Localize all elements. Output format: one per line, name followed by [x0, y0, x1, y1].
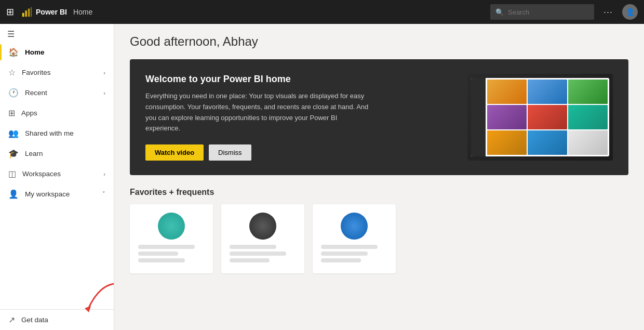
- chart-9: [568, 130, 608, 155]
- card-2-line-1: [230, 245, 276, 249]
- app-name: Power BI: [36, 8, 67, 16]
- card-1-line-2: [138, 252, 178, 256]
- svg-marker-4: [85, 306, 91, 312]
- card-3-line-1: [321, 245, 378, 249]
- chart-6: [568, 105, 608, 129]
- topbar: ⊞ Power BI Home 🔍 ··· 👤: [0, 0, 644, 24]
- powerbi-logo-icon: [21, 6, 33, 18]
- more-options-button[interactable]: ···: [599, 7, 617, 18]
- welcome-banner: Welcome to your Power BI home Everything…: [130, 59, 628, 175]
- hamburger-icon: ☰: [7, 30, 15, 38]
- welcome-text-area: Welcome to your Power BI home Everything…: [145, 74, 457, 161]
- sidebar-item-myworkspace[interactable]: 👤 My workspace ˅: [0, 184, 114, 204]
- myworkspace-chevron-icon: ˅: [102, 191, 105, 197]
- card-3-line-2: [321, 252, 368, 256]
- shared-icon: 👥: [8, 128, 19, 138]
- sidebar-toggle[interactable]: ☰: [0, 24, 114, 42]
- svg-rect-3: [31, 7, 32, 17]
- sidebar-item-apps-label: Apps: [21, 109, 105, 117]
- learn-icon: 🎓: [8, 149, 19, 159]
- search-input[interactable]: [508, 8, 589, 16]
- recent-chevron-icon: ›: [103, 90, 105, 96]
- welcome-dashboard-image: [467, 74, 613, 161]
- home-icon: 🏠: [8, 47, 19, 57]
- main-layout: ☰ 🏠 Home ☆ Favorites › 🕐 Recent › ⊞ Apps…: [0, 24, 644, 330]
- card-2-icon: [249, 213, 276, 240]
- chart-4: [487, 105, 527, 129]
- sidebar-item-home-label: Home: [25, 48, 105, 56]
- search-box[interactable]: 🔍: [490, 4, 594, 20]
- chart-7: [487, 130, 527, 155]
- greeting-text: Good afternoon, Abhay: [130, 34, 628, 49]
- sidebar-item-recent[interactable]: 🕐 Recent ›: [0, 83, 114, 103]
- favorites-card-1[interactable]: [130, 204, 213, 273]
- favorites-icon: ☆: [8, 68, 16, 77]
- get-data-area: ↗ Get data: [0, 310, 114, 330]
- get-data-icon: ↗: [8, 315, 15, 325]
- sidebar-item-learn[interactable]: 🎓 Learn: [0, 143, 114, 164]
- workspaces-icon: ◫: [8, 169, 16, 179]
- sidebar-item-shared-label: Shared with me: [25, 129, 105, 137]
- apps-icon: ⊞: [8, 108, 15, 118]
- favorites-card-3[interactable]: [313, 204, 396, 273]
- card-3-line-3: [321, 258, 361, 262]
- favorites-section-title: Favorites + frequents: [130, 188, 628, 197]
- recent-icon: 🕐: [8, 88, 19, 98]
- welcome-buttons: Watch video Dismiss: [145, 144, 457, 161]
- card-3-icon: [341, 213, 368, 240]
- chart-8: [528, 130, 567, 155]
- get-data-button[interactable]: ↗ Get data: [0, 310, 114, 330]
- favorites-cards-row: [130, 204, 628, 273]
- chart-5: [528, 105, 567, 129]
- sidebar-item-favorites[interactable]: ☆ Favorites ›: [0, 62, 114, 83]
- card-3-text: [321, 245, 387, 265]
- svg-rect-1: [25, 10, 27, 17]
- svg-rect-0: [22, 13, 24, 17]
- svg-rect-2: [28, 9, 30, 17]
- sidebar-item-workspaces-label: Workspaces: [22, 170, 97, 178]
- avatar-icon: 👤: [626, 8, 635, 16]
- myworkspace-icon: 👤: [8, 189, 19, 199]
- card-1-line-1: [138, 245, 195, 249]
- chart-2: [528, 80, 567, 104]
- card-2-text: [230, 245, 296, 265]
- sidebar-item-myworkspace-label: My workspace: [25, 190, 96, 198]
- fake-content-mini: [486, 78, 609, 156]
- card-1-icon: [158, 213, 185, 240]
- favorites-card-2[interactable]: [221, 204, 304, 273]
- card-1-text: [138, 245, 205, 265]
- red-arrow-annotation: [77, 281, 114, 312]
- search-icon: 🔍: [495, 8, 504, 16]
- sidebar-item-learn-label: Learn: [25, 150, 105, 157]
- avatar[interactable]: 👤: [622, 4, 638, 20]
- sidebar-item-shared[interactable]: 👥 Shared with me: [0, 123, 114, 143]
- fake-sidebar-mini: [471, 78, 486, 156]
- get-data-label: Get data: [21, 316, 48, 324]
- app-logo: Power BI: [21, 6, 67, 18]
- watch-video-button[interactable]: Watch video: [145, 144, 204, 161]
- breadcrumb: Home: [73, 8, 92, 16]
- sidebar-item-favorites-label: Favorites: [22, 69, 97, 76]
- sidebar-item-apps[interactable]: ⊞ Apps: [0, 103, 114, 123]
- waffle-icon[interactable]: ⊞: [6, 6, 14, 18]
- welcome-title: Welcome to your Power BI home: [145, 74, 457, 85]
- workspaces-chevron-icon: ›: [103, 171, 105, 177]
- sidebar-item-recent-label: Recent: [25, 89, 97, 97]
- main-content: Good afternoon, Abhay Welcome to your Po…: [114, 24, 644, 330]
- card-1-line-3: [138, 258, 185, 262]
- welcome-body: Everything you need in one place: Your t…: [145, 91, 374, 134]
- sidebar-item-home[interactable]: 🏠 Home: [0, 42, 114, 62]
- card-2-line-2: [230, 252, 286, 256]
- fake-dashboard-grid: [471, 78, 609, 156]
- sidebar: ☰ 🏠 Home ☆ Favorites › 🕐 Recent › ⊞ Apps…: [0, 24, 114, 330]
- sidebar-bottom: ↗ Get data: [0, 309, 114, 330]
- chart-1: [487, 80, 527, 104]
- dashboard-preview: [467, 74, 613, 161]
- sidebar-item-workspaces[interactable]: ◫ Workspaces ›: [0, 164, 114, 184]
- favorites-chevron-icon: ›: [103, 70, 105, 76]
- dismiss-button[interactable]: Dismiss: [209, 144, 251, 161]
- card-2-line-3: [230, 258, 270, 262]
- chart-3: [568, 80, 608, 104]
